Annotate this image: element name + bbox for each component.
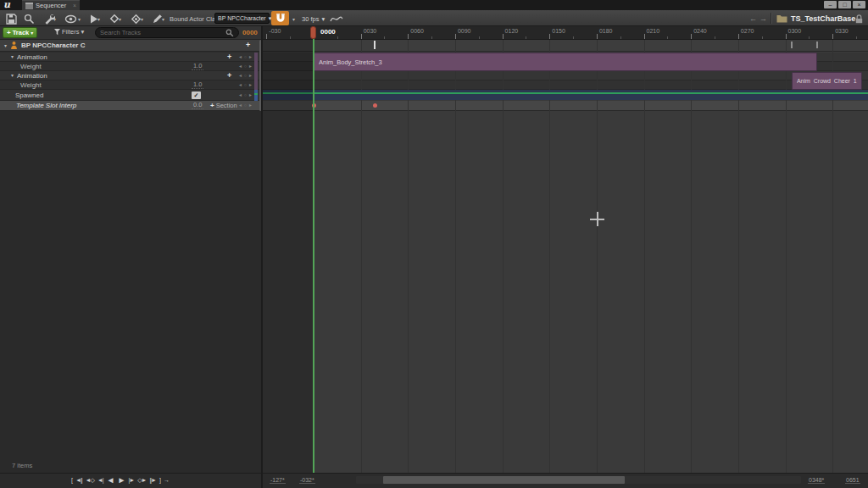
- sequence-breadcrumb-title[interactable]: TS_TestCharBase: [791, 14, 855, 23]
- key-add-icon[interactable]: ○: [244, 103, 247, 108]
- working-range-end-field[interactable]: 0651: [845, 477, 860, 484]
- key-add-icon[interactable]: ○: [244, 92, 247, 97]
- key-prev-icon[interactable]: ◄: [238, 73, 242, 78]
- snapping-toggle-button[interactable]: [271, 11, 289, 25]
- fps-dropdown[interactable]: 30 fps ▾: [302, 15, 325, 23]
- keyframe-options-caret-icon[interactable]: ▾: [119, 17, 121, 22]
- settings-caret-icon[interactable]: ▾: [53, 17, 56, 22]
- key-next-icon[interactable]: ►: [248, 92, 253, 97]
- outliner-row-object[interactable]: ▾ BP NPCCharacter C +: [0, 40, 261, 52]
- add-track-button[interactable]: + Track ▾: [3, 27, 37, 38]
- to-front-button[interactable]: [: [71, 476, 72, 485]
- auto-key-caret-icon[interactable]: ▾: [141, 17, 143, 22]
- to-end-button[interactable]: ]: [159, 476, 160, 485]
- outliner-row-animation[interactable]: ▾ Animation + ◄○►: [0, 71, 261, 80]
- play-reverse-button[interactable]: ◄: [107, 476, 114, 485]
- view-range-end-field[interactable]: 0348*: [808, 477, 825, 484]
- save-button[interactable]: [4, 13, 18, 25]
- navigate-forward-button[interactable]: →: [760, 14, 767, 24]
- search-icon: [225, 29, 234, 37]
- tab-sequencer[interactable]: Sequencer ×: [22, 0, 80, 10]
- track-label[interactable]: Animation: [17, 72, 47, 80]
- jump-backward-button[interactable]: ◄||: [75, 476, 82, 485]
- object-track-label[interactable]: BP NPCCharacter C: [21, 42, 85, 49]
- view-range-start-field[interactable]: -032*: [299, 477, 315, 484]
- window-minimize-button[interactable]: –: [824, 1, 837, 8]
- key-next-icon[interactable]: ►: [248, 103, 253, 108]
- outliner-row-spawned[interactable]: Spawned ✓ ◄○►: [0, 90, 261, 101]
- tab-close-icon[interactable]: ×: [73, 3, 76, 9]
- play-forward-button[interactable]: ►: [118, 476, 125, 485]
- current-time-field[interactable]: 0000: [242, 29, 258, 36]
- playback-mode-button[interactable]: →: [164, 476, 170, 485]
- outliner-row-animation[interactable]: ▾ Animation + ◄○►: [0, 53, 261, 62]
- weight-value-field[interactable]: 1.0: [192, 80, 203, 89]
- playback-options-caret-icon[interactable]: ▾: [97, 17, 100, 22]
- expander-icon[interactable]: ▾: [4, 43, 7, 48]
- expander-icon[interactable]: ▾: [11, 73, 14, 78]
- key-prev-icon[interactable]: ◄: [238, 54, 242, 59]
- key-add-icon[interactable]: ○: [244, 82, 247, 87]
- window-close-button[interactable]: ×: [853, 1, 865, 8]
- outliner-row-template-slot-interp[interactable]: Template Slot Interp 0.0 + Section ◄○►: [0, 101, 261, 111]
- key-prev-icon[interactable]: ◄: [238, 103, 242, 108]
- view-options-button[interactable]: [64, 13, 77, 25]
- window-restore-button[interactable]: □: [838, 1, 851, 8]
- property-label[interactable]: Weight: [20, 63, 42, 70]
- working-range-start-field[interactable]: -127*: [270, 477, 286, 484]
- outliner-row-weight[interactable]: Weight 1.0 ◄○►: [0, 80, 261, 90]
- curve-editor-button[interactable]: [330, 13, 343, 25]
- animation-section-bar[interactable]: Anim_Body_Stretch_3: [314, 53, 817, 71]
- view-options-caret-icon[interactable]: ▾: [78, 17, 81, 22]
- key-add-icon[interactable]: ○: [244, 64, 247, 69]
- key-next-icon[interactable]: ►: [248, 54, 253, 59]
- bound-actor-class-dropdown[interactable]: BP NPCCharacter ▾: [214, 13, 270, 24]
- ruler-major-tick: [597, 34, 598, 39]
- property-label[interactable]: Spawned: [15, 92, 43, 99]
- key-prev-icon[interactable]: ◄: [238, 92, 242, 97]
- next-frame-button[interactable]: |►: [128, 476, 134, 485]
- interp-value-field[interactable]: 0.0: [192, 101, 203, 109]
- add-animation-plus-button[interactable]: +: [227, 72, 231, 80]
- timeline-scrollbar-track[interactable]: [356, 476, 801, 484]
- property-label[interactable]: Template Slot Interp: [16, 102, 76, 109]
- find-in-sequence-button[interactable]: [22, 13, 36, 25]
- filters-dropdown[interactable]: Filters ▾: [54, 28, 84, 36]
- add-section-button[interactable]: + Section: [210, 102, 237, 109]
- keyframe-dot[interactable]: [373, 103, 377, 108]
- snapping-caret-icon[interactable]: ▾: [292, 17, 295, 22]
- outliner-row-weight[interactable]: Weight 1.0 ◄○►: [0, 62, 261, 71]
- key-prev-icon[interactable]: ◄: [238, 82, 242, 87]
- spawned-checkbox[interactable]: ✓: [192, 92, 201, 99]
- playhead-scrub-handle[interactable]: [310, 26, 316, 39]
- expander-icon[interactable]: ▾: [11, 54, 14, 59]
- search-tracks-box[interactable]: [95, 27, 239, 38]
- property-label[interactable]: Weight: [20, 81, 42, 89]
- browse-sequence-button[interactable]: [775, 13, 788, 25]
- previous-frame-button[interactable]: ◄|: [97, 476, 103, 485]
- key-add-icon[interactable]: ○: [244, 54, 247, 59]
- timeline-track-area[interactable]: Anim_Body_Stretch_3 Anim_Crowd_Cheer_1: [263, 40, 868, 473]
- playhead-line[interactable]: [313, 39, 314, 473]
- track-label[interactable]: Animation: [17, 53, 47, 61]
- key-add-icon[interactable]: ○: [244, 73, 247, 78]
- navigate-back-button[interactable]: ←: [749, 14, 757, 24]
- weight-value-field[interactable]: 1.0: [192, 62, 203, 70]
- key-prev-icon[interactable]: ◄: [238, 64, 242, 69]
- timeline-scrollbar-thumb[interactable]: [383, 476, 625, 484]
- spawned-section-bar[interactable]: [263, 90, 868, 100]
- add-section-plus-button[interactable]: +: [246, 42, 250, 49]
- timeline-ruler[interactable]: -030003000600090012001500180021002400270…: [263, 26, 868, 40]
- add-animation-plus-button[interactable]: +: [227, 53, 231, 61]
- search-tracks-input[interactable]: [100, 29, 225, 36]
- next-key-button[interactable]: ◇►: [137, 476, 146, 485]
- lock-sequence-button[interactable]: [852, 13, 865, 25]
- animation-section-bar[interactable]: Anim_Crowd_Cheer_1: [792, 72, 862, 90]
- key-next-icon[interactable]: ►: [248, 73, 253, 78]
- playhead-time-label: 0000: [320, 28, 336, 36]
- previous-key-button[interactable]: ◄◇: [86, 476, 94, 485]
- edit-options-caret-icon[interactable]: ▾: [162, 17, 164, 22]
- key-next-icon[interactable]: ►: [248, 82, 253, 87]
- jump-forward-button[interactable]: ||►: [149, 476, 156, 485]
- key-next-icon[interactable]: ►: [248, 64, 253, 69]
